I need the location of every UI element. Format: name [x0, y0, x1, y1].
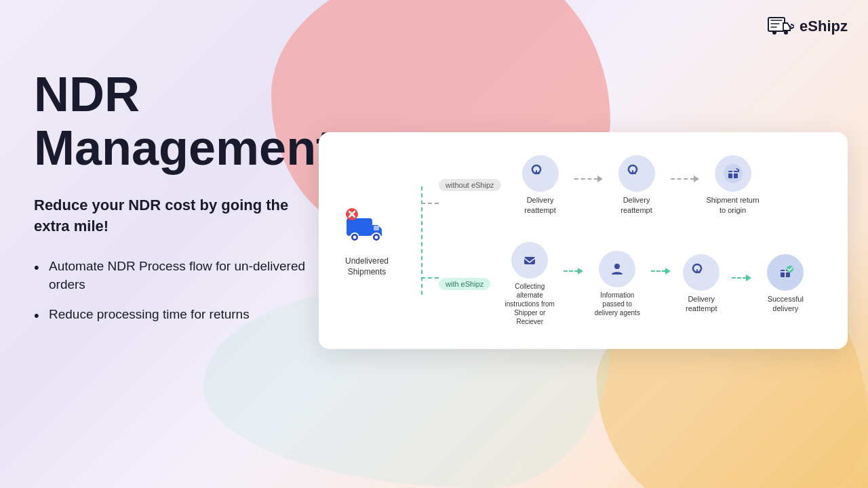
- bot-node-label-3: Delivery reattempt: [677, 294, 725, 314]
- h-connector-bot: [421, 277, 439, 279]
- svg-rect-14: [524, 257, 535, 264]
- bot-node-1: Collecting alternate instructions from S…: [502, 242, 557, 326]
- connector-area: [405, 173, 439, 308]
- top-node-label-2: Delivery reattempt: [610, 195, 664, 215]
- svg-point-8: [375, 236, 378, 239]
- bot-node-label-4: Successful delivery: [758, 294, 812, 314]
- svg-point-2: [784, 30, 788, 35]
- top-node-label-1: Delivery reattempt: [513, 195, 568, 215]
- top-node-circle-3: [715, 155, 751, 192]
- logo-icon: [766, 12, 794, 41]
- bullet-2: Reduce processing time for returns: [34, 306, 319, 324]
- h-connector-top: [421, 203, 439, 204]
- top-node-circle-2: [618, 155, 655, 192]
- bot-node-circle-4: [767, 254, 804, 291]
- bot-node-3: Delivery reattempt: [677, 254, 725, 314]
- left-content: NDR Management Reduce your NDR cost by g…: [34, 68, 319, 336]
- svg-rect-4: [374, 226, 379, 230]
- main-title: NDR Management: [34, 68, 319, 175]
- tag-without: without eShipz: [439, 179, 501, 191]
- logo: eShipz: [766, 12, 848, 41]
- bot-node-circle-1: [511, 242, 548, 279]
- logo-text: eShipz: [800, 18, 848, 35]
- arrow-bot-1: [564, 268, 583, 274]
- title-line1: NDR: [34, 68, 319, 121]
- bot-node-2: Information passed to delivery agents: [590, 251, 644, 317]
- bot-node-label-2: Information passed to delivery agents: [590, 291, 644, 317]
- start-node: UndeliveredShipments: [342, 203, 391, 277]
- tag-with: with eShipz: [439, 278, 490, 290]
- arrow-top-1: [574, 176, 603, 182]
- bottom-row: with eShipz Collecting alternate instruc…: [439, 242, 824, 326]
- bot-node-4: Successful delivery: [758, 254, 812, 314]
- start-label: UndeliveredShipments: [345, 256, 389, 277]
- top-node-label-3: Shipment return to origin: [706, 195, 760, 215]
- diagram-inner: UndeliveredShipments without eShipz: [342, 152, 824, 329]
- subtitle: Reduce your NDR cost by going the extra …: [34, 195, 319, 237]
- top-node-2: Delivery reattempt: [610, 155, 664, 215]
- diagram-card: UndeliveredShipments without eShipz: [319, 132, 848, 349]
- svg-point-16: [614, 264, 620, 269]
- svg-rect-0: [768, 18, 785, 31]
- svg-rect-3: [347, 218, 372, 236]
- rows-container: without eShipz Delivery reattempt: [439, 155, 824, 326]
- bot-node-circle-3: [683, 254, 719, 291]
- top-node-3: Shipment return to origin: [706, 155, 760, 215]
- arrow-bot-2: [651, 268, 671, 274]
- svg-point-6: [353, 236, 357, 239]
- bot-node-circle-2: [599, 251, 635, 287]
- top-node-circle-1: [522, 155, 559, 192]
- bot-node-label-1: Collecting alternate instructions from S…: [502, 282, 557, 326]
- bullet-1: Automate NDR Process flow for un-deliver…: [34, 258, 319, 293]
- arrow-bot-3: [732, 274, 751, 281]
- top-node-1: Delivery reattempt: [513, 155, 568, 215]
- top-row: without eShipz Delivery reattempt: [439, 155, 824, 215]
- arrow-top-2: [671, 176, 699, 182]
- truck-icon: [342, 203, 391, 252]
- svg-point-1: [772, 30, 776, 35]
- bullet-list: Automate NDR Process flow for un-deliver…: [34, 258, 319, 324]
- title-line2: Management: [34, 121, 319, 175]
